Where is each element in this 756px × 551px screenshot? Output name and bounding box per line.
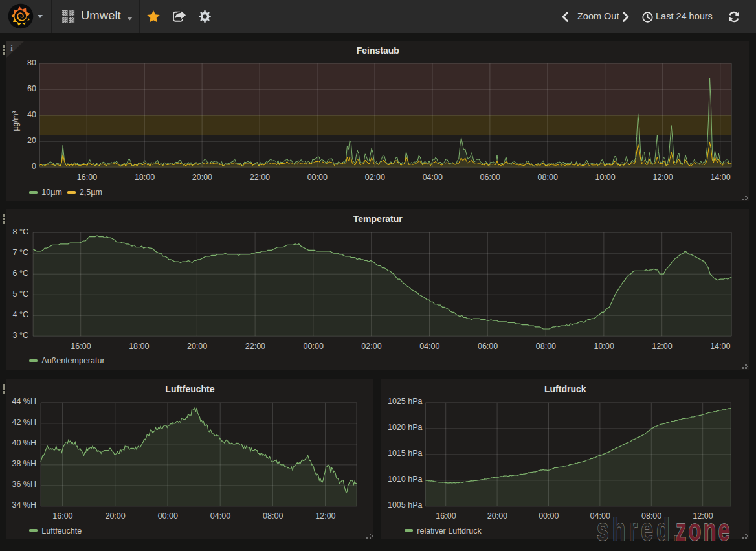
svg-text:zone: zone bbox=[676, 512, 732, 547]
svg-text:shred.: shred. bbox=[597, 512, 683, 548]
